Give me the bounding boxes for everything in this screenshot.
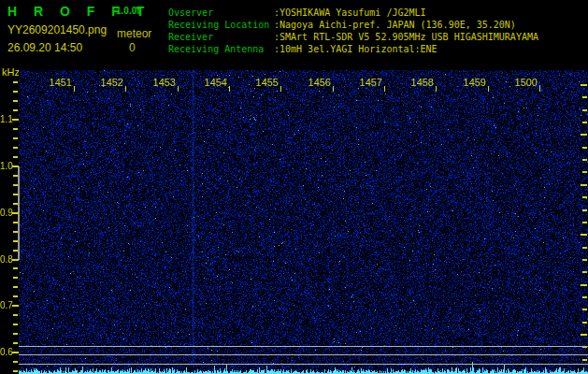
y-tick-label: 1.1 bbox=[0, 115, 12, 124]
app-version: 1.0.0f bbox=[116, 6, 140, 16]
info-value: :Nagoya Aichi-pref. JAPAN (136.90E, 35.2… bbox=[274, 19, 516, 31]
x-tick bbox=[125, 86, 126, 92]
y-minor-tick bbox=[13, 267, 18, 269]
output-filename: YY2609201450.png bbox=[7, 23, 107, 36]
y-major-tick bbox=[12, 119, 19, 121]
y-minor-tick bbox=[13, 333, 18, 335]
reference-line bbox=[19, 346, 588, 347]
x-tick bbox=[539, 86, 540, 92]
y-minor-tick bbox=[13, 194, 18, 195]
y-axis-unit-label: kHz bbox=[2, 66, 20, 78]
right-tick bbox=[581, 234, 587, 236]
x-tick-label: 1500 bbox=[508, 78, 538, 87]
x-tick bbox=[178, 86, 179, 92]
x-tick-label: 1453 bbox=[146, 78, 176, 87]
y-minor-tick bbox=[13, 314, 18, 316]
interference-line bbox=[193, 70, 194, 367]
info-label: Receiver bbox=[168, 31, 274, 43]
x-tick-label: 1455 bbox=[249, 78, 279, 87]
x-tick-label: 1452 bbox=[93, 78, 123, 87]
right-tick bbox=[582, 96, 587, 98]
right-tick bbox=[582, 222, 587, 223]
meteor-count: 0 bbox=[129, 41, 136, 54]
y-tick-label: 0.8 bbox=[0, 255, 12, 265]
x-tick bbox=[74, 86, 75, 92]
y-tick-label: 1.0 bbox=[0, 162, 12, 171]
y-minor-tick bbox=[13, 277, 18, 279]
right-tick bbox=[582, 259, 587, 261]
right-tick bbox=[581, 184, 587, 186]
x-tick bbox=[436, 86, 437, 92]
y-minor-tick bbox=[13, 295, 18, 297]
x-tick-label: 1454 bbox=[197, 78, 227, 87]
info-label: Receiving Antenna bbox=[168, 43, 274, 55]
x-tick-label: 1459 bbox=[456, 78, 486, 87]
y-minor-tick bbox=[13, 342, 18, 344]
right-tick bbox=[582, 247, 587, 249]
y-minor-tick bbox=[13, 175, 18, 177]
y-minor-tick bbox=[13, 137, 18, 139]
y-tick-label: 0.9 bbox=[0, 209, 12, 218]
right-tick bbox=[581, 334, 587, 336]
y-minor-tick bbox=[13, 240, 18, 242]
right-tick bbox=[582, 147, 587, 149]
info-value: :SMArt RTL-SDR V5 52.905MHz USB HIGASHIM… bbox=[274, 31, 538, 43]
x-tick bbox=[488, 86, 489, 92]
right-tick bbox=[582, 159, 587, 161]
y-minor-tick bbox=[13, 109, 18, 111]
right-tick bbox=[582, 296, 587, 298]
right-tick bbox=[582, 271, 587, 273]
y-minor-tick bbox=[13, 324, 18, 325]
x-tick-label: 1457 bbox=[352, 78, 382, 87]
y-major-tick bbox=[12, 259, 19, 261]
right-tick bbox=[581, 134, 587, 136]
right-tick bbox=[582, 171, 587, 173]
right-tick bbox=[582, 122, 587, 123]
y-minor-tick bbox=[13, 203, 18, 205]
x-tick-label: 1456 bbox=[301, 78, 331, 87]
y-minor-tick bbox=[13, 222, 18, 223]
reference-line bbox=[19, 354, 588, 355]
mode-label: meteor bbox=[117, 27, 151, 40]
right-tick bbox=[582, 196, 587, 198]
y-minor-tick bbox=[13, 128, 18, 130]
info-row-observer: Ovserver :YOSHIKAWA Yasufumi /JG2MLI bbox=[168, 7, 538, 19]
y-minor-tick bbox=[13, 81, 18, 83]
y-tick-label: 0.6 bbox=[0, 348, 12, 357]
right-tick bbox=[582, 359, 587, 361]
info-row-receiver: Receiver :SMArt RTL-SDR V5 52.905MHz USB… bbox=[168, 31, 538, 43]
x-tick bbox=[384, 86, 385, 92]
y-tick-label: 0.7 bbox=[0, 301, 12, 310]
y-major-tick bbox=[12, 352, 19, 353]
right-tick bbox=[582, 109, 587, 111]
info-row-location: Receiving Location :Nagoya Aichi-pref. J… bbox=[168, 19, 538, 31]
y-minor-tick bbox=[13, 156, 18, 158]
info-label: Receiving Location bbox=[168, 19, 274, 31]
x-tick-label: 1451 bbox=[42, 78, 72, 87]
right-tick bbox=[581, 284, 587, 286]
x-tick bbox=[229, 86, 230, 92]
y-minor-tick bbox=[13, 370, 18, 372]
y-minor-tick bbox=[13, 91, 18, 93]
info-value: :10mH 3el.YAGI Horizontal:ENE bbox=[274, 43, 437, 55]
spectrogram-canvas bbox=[19, 70, 588, 374]
y-minor-tick bbox=[13, 184, 18, 186]
hrofft-window: H R O F F T 1.0.0f YY2609201450.png mete… bbox=[0, 0, 588, 374]
y-minor-tick bbox=[13, 231, 18, 233]
info-value: :YOSHIKAWA Yasufumi /JG2MLI bbox=[274, 7, 426, 19]
info-label: Ovserver bbox=[168, 7, 274, 19]
right-tick bbox=[582, 322, 587, 324]
info-row-antenna: Receiving Antenna :10mH 3el.YAGI Horizon… bbox=[168, 43, 538, 55]
observer-info-block: Ovserver :YOSHIKAWA Yasufumi /JG2MLI Rec… bbox=[168, 7, 538, 55]
start-datetime: 26.09.20 14:50 bbox=[7, 41, 82, 54]
right-tick bbox=[582, 309, 587, 310]
y-minor-tick bbox=[13, 361, 18, 363]
right-tick bbox=[582, 209, 587, 211]
y-major-tick bbox=[12, 305, 19, 307]
y-minor-tick bbox=[13, 286, 18, 288]
x-tick bbox=[333, 86, 334, 92]
reference-line bbox=[19, 364, 588, 365]
y-major-tick bbox=[12, 212, 19, 214]
x-tick-label: 1458 bbox=[404, 78, 434, 87]
right-tick bbox=[581, 84, 587, 86]
